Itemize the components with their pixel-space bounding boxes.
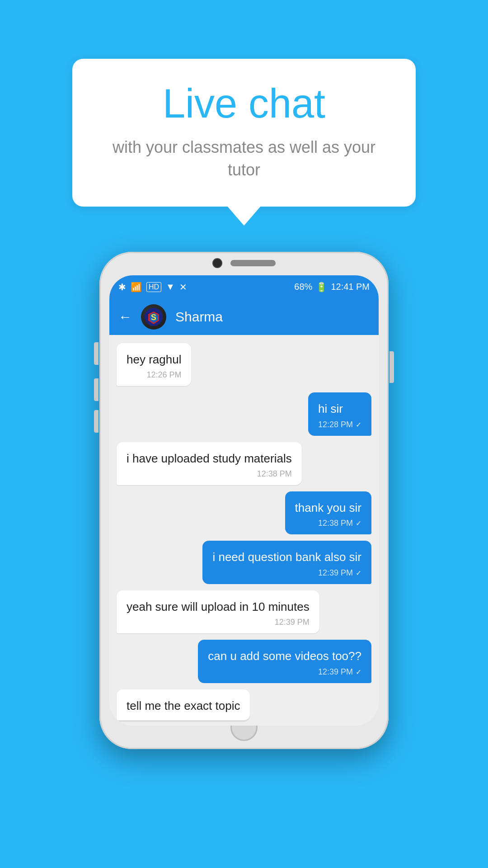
message-7: can u add some videos too?? 12:39 PM ✓ xyxy=(198,640,371,683)
phone-outer: ✱ 📶 HD ▼ ✕ 68% 🔋 12:41 PM ← xyxy=(99,252,389,749)
msg-text-6: yeah sure will upload in 10 minutes xyxy=(127,599,310,615)
battery-icon: 🔋 xyxy=(316,282,327,292)
phone-screen: ✱ 📶 HD ▼ ✕ 68% 🔋 12:41 PM ← xyxy=(109,275,379,726)
msg-time-4: 12:38 PM xyxy=(318,519,353,528)
msg-time-2: 12:28 PM xyxy=(318,420,353,429)
msg-time-6: 12:39 PM xyxy=(275,618,310,627)
contact-avatar: S xyxy=(141,304,166,330)
msg-meta-4: 12:38 PM ✓ xyxy=(295,519,361,528)
msg-text-2: hi sir xyxy=(318,401,361,417)
bluetooth-icon: ✱ xyxy=(118,282,126,292)
chat-header: ← S Sharma xyxy=(109,299,379,335)
status-left-icons: ✱ 📶 HD ▼ ✕ xyxy=(118,282,187,292)
wifi-icon: ▼ xyxy=(166,282,175,292)
front-camera xyxy=(212,258,222,268)
message-4: thank you sir 12:38 PM ✓ xyxy=(285,491,371,534)
msg-check-7: ✓ xyxy=(356,668,361,676)
phone-mockup: ✱ 📶 HD ▼ ✕ 68% 🔋 12:41 PM ← xyxy=(99,252,389,749)
message-2: hi sir 12:28 PM ✓ xyxy=(308,392,371,435)
msg-text-7: can u add some videos too?? xyxy=(208,648,361,664)
msg-time-3: 12:38 PM xyxy=(257,469,292,479)
msg-time-7: 12:39 PM xyxy=(318,667,353,677)
msg-meta-3: 12:38 PM xyxy=(127,469,292,479)
msg-meta-1: 12:26 PM xyxy=(127,370,181,380)
bubble-title: Live chat xyxy=(104,81,384,126)
msg-text-8: tell me the exact topic xyxy=(127,698,240,714)
msg-meta-2: 12:28 PM ✓ xyxy=(318,420,361,429)
message-1: hey raghul 12:26 PM xyxy=(117,343,191,386)
message-3: i have uploaded study materials 12:38 PM xyxy=(117,442,302,485)
speech-bubble: Live chat with your classmates as well a… xyxy=(72,59,416,207)
contact-name: Sharma xyxy=(175,309,223,325)
speaker xyxy=(230,260,276,266)
message-5: i need question bank also sir 12:39 PM ✓ xyxy=(202,541,371,584)
message-6: yeah sure will upload in 10 minutes 12:3… xyxy=(117,590,319,633)
msg-meta-6: 12:39 PM xyxy=(127,618,310,627)
bubble-subtitle: with your classmates as well as your tut… xyxy=(104,136,384,182)
chat-body[interactable]: hey raghul 12:26 PM hi sir 12:28 PM ✓ i … xyxy=(109,335,379,726)
msg-check-5: ✓ xyxy=(356,569,361,577)
hd-icon: HD xyxy=(146,282,161,292)
msg-text-4: thank you sir xyxy=(295,500,361,516)
svg-text:S: S xyxy=(151,313,156,322)
clock: 12:41 PM xyxy=(331,282,370,292)
msg-check-2: ✓ xyxy=(356,420,361,429)
msg-time-1: 12:26 PM xyxy=(146,370,181,380)
msg-meta-5: 12:39 PM ✓ xyxy=(212,568,361,578)
back-button[interactable]: ← xyxy=(118,309,132,325)
phone-notch xyxy=(212,258,276,268)
message-8: tell me the exact topic xyxy=(117,689,250,721)
status-right-info: 68% 🔋 12:41 PM xyxy=(294,282,370,292)
msg-time-5: 12:39 PM xyxy=(318,568,353,578)
msg-text-1: hey raghul xyxy=(127,351,181,368)
msg-text-3: i have uploaded study materials xyxy=(127,450,292,467)
msg-text-5: i need question bank also sir xyxy=(212,549,361,565)
msg-check-4: ✓ xyxy=(356,519,361,528)
battery-percent: 68% xyxy=(294,282,312,292)
signal-icon: 📶 xyxy=(131,282,142,292)
network-icon: ✕ xyxy=(179,282,187,292)
msg-meta-7: 12:39 PM ✓ xyxy=(208,667,361,677)
status-bar: ✱ 📶 HD ▼ ✕ 68% 🔋 12:41 PM xyxy=(109,275,379,299)
